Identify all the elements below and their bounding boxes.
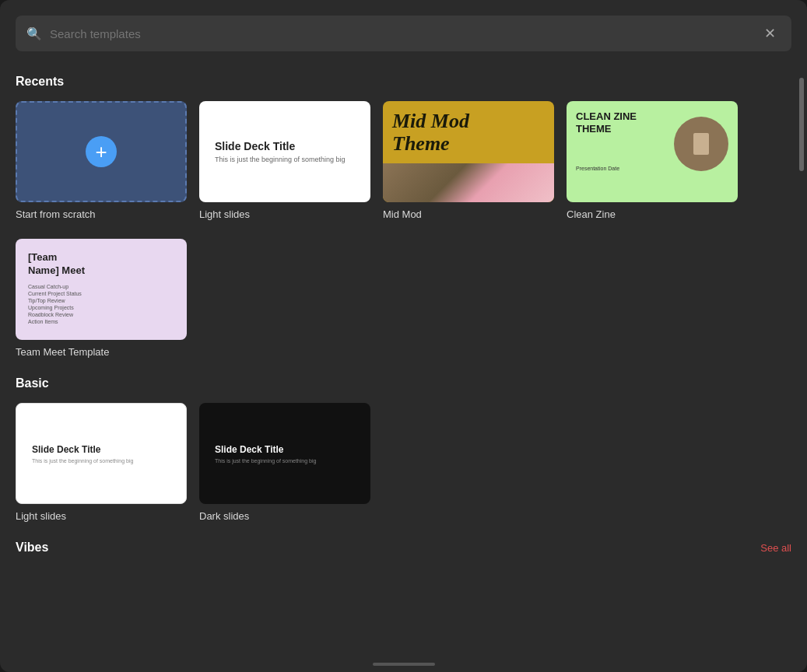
see-all-vibes-button[interactable]: See all	[760, 542, 791, 554]
search-bar: 🔍 ✕	[16, 16, 791, 51]
basic-title: Basic	[16, 376, 791, 390]
team-meet-item-2: Tip/Top Review	[28, 298, 174, 303]
recents-row1: + Start from scratch Slide Deck Title Th…	[16, 101, 791, 220]
basic-light-title: Slide Deck Title	[32, 444, 100, 455]
template-picker-modal: 🔍 ✕ Recents + Start from scratch S	[0, 0, 807, 672]
clean-zine-thumbnail: CLEAN ZINETHEME Presentation Date	[567, 101, 738, 202]
templates-content: Recents + Start from scratch Slide Deck …	[0, 59, 807, 656]
recents-title: Recents	[16, 75, 791, 89]
dark-slides-title: Slide Deck Title	[215, 444, 283, 455]
basic-light-thumbnail: Slide Deck Title This is just the beginn…	[16, 403, 187, 504]
team-meet-item-4: Roadblock Review	[28, 312, 174, 317]
team-meet-thumbnail: [TeamName] Meet Casual Catch-up Current …	[16, 239, 187, 340]
template-clean-zine[interactable]: CLEAN ZINETHEME Presentation Date Clean …	[567, 101, 738, 220]
close-button[interactable]: ✕	[760, 23, 781, 44]
team-meet-item-3: Upcoming Projects	[28, 305, 174, 310]
dark-slides-thumbnail: Slide Deck Title This is just the beginn…	[199, 403, 370, 504]
clean-zine-inner-shape	[693, 133, 709, 155]
team-meet-items-list: Casual Catch-up Current Project Status T…	[28, 284, 174, 324]
scratch-label: Start from scratch	[16, 208, 187, 220]
template-dark-slides[interactable]: Slide Deck Title This is just the beginn…	[199, 403, 370, 522]
mid-mod-image-strip	[383, 163, 554, 202]
team-meet-item-1: Current Project Status	[28, 291, 174, 296]
light-slides-thumbnail: Slide Deck Title This is just the beginn…	[199, 101, 370, 202]
mid-mod-text: Mid ModTheme	[383, 101, 554, 158]
template-light-slides-recent[interactable]: Slide Deck Title This is just the beginn…	[199, 101, 370, 220]
vibes-title: Vibes	[16, 541, 48, 555]
template-scratch[interactable]: + Start from scratch	[16, 101, 187, 220]
clean-zine-title: CLEAN ZINETHEME	[576, 110, 666, 135]
search-icon: 🔍	[26, 26, 42, 41]
clean-zine-left: CLEAN ZINETHEME Presentation Date	[576, 110, 666, 171]
light-slides-title: Slide Deck Title	[215, 140, 295, 152]
team-meet-item-0: Casual Catch-up	[28, 284, 174, 289]
clean-zine-date: Presentation Date	[576, 166, 666, 171]
dark-slides-label: Dark slides	[199, 510, 370, 522]
mid-mod-label: Mid Mod	[383, 208, 554, 220]
scratch-thumbnail: +	[16, 101, 187, 202]
search-input[interactable]	[50, 27, 760, 40]
plus-icon: +	[86, 136, 117, 167]
basic-light-sub: This is just the beginning of something …	[32, 458, 133, 464]
scrollbar-thumb	[799, 78, 804, 171]
light-slides-basic-label: Light slides	[16, 510, 187, 522]
mid-mod-thumbnail: Mid ModTheme	[383, 101, 554, 202]
team-meet-heading: [TeamName] Meet	[28, 251, 174, 278]
template-mid-mod[interactable]: Mid ModTheme Mid Mod	[383, 101, 554, 220]
basic-templates-row: Slide Deck Title This is just the beginn…	[16, 403, 791, 522]
light-slides-subtitle: This is just the beginning of something …	[215, 156, 346, 163]
scroll-indicator	[0, 656, 807, 672]
scroll-pill	[373, 663, 435, 666]
team-meet-item-5: Action Items	[28, 319, 174, 324]
vibes-section: Vibes See all	[16, 541, 791, 555]
clean-zine-label: Clean Zine	[567, 208, 738, 220]
basic-section: Basic Slide Deck Title This is just the …	[16, 376, 791, 522]
template-light-slides-basic[interactable]: Slide Deck Title This is just the beginn…	[16, 403, 187, 522]
recents-section: Recents + Start from scratch Slide Deck …	[16, 75, 791, 358]
vibes-section-header: Vibes See all	[16, 541, 791, 555]
recents-row2: [TeamName] Meet Casual Catch-up Current …	[16, 239, 791, 358]
dark-slides-subtitle: This is just the beginning of something …	[215, 458, 316, 464]
template-team-meet[interactable]: [TeamName] Meet Casual Catch-up Current …	[16, 239, 187, 358]
team-meet-label: Team Meet Template	[16, 346, 187, 358]
light-slides-recent-label: Light slides	[199, 208, 370, 220]
clean-zine-circle-icon	[674, 117, 728, 171]
